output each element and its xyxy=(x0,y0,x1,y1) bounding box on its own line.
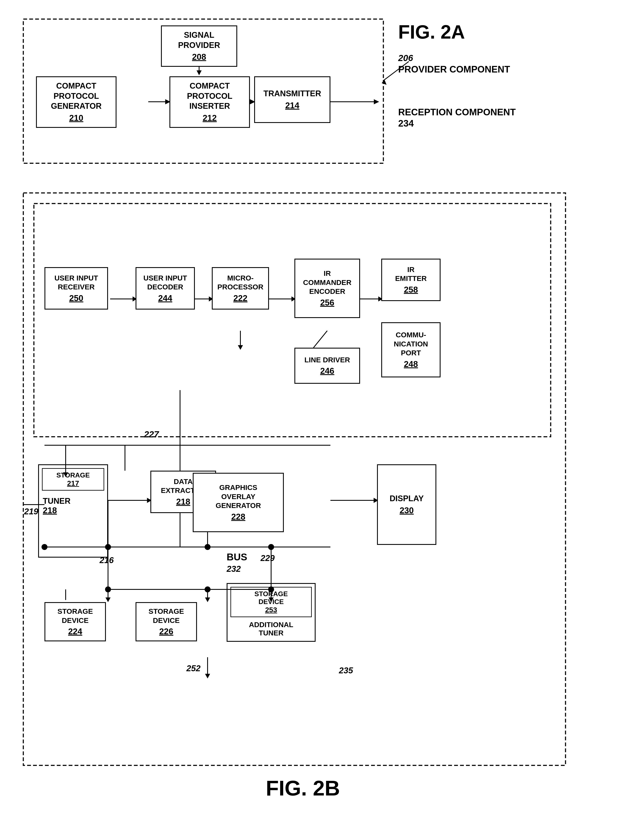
fig2a-label: FIG. 2A xyxy=(398,21,465,43)
fig2b-diagram: USER INPUT RECEIVER 250 USER INPUT DECOD… xyxy=(17,186,589,801)
compact-protocol-generator-box: COMPACT PROTOCOL GENERATOR 210 xyxy=(36,76,116,128)
ir-emitter-box: IR EMITTER 258 xyxy=(381,259,441,301)
fig2a-diagram: FIG. 2A SIGNAL PROVIDER 208 COMPACT PROT… xyxy=(17,13,589,182)
full-diagram: FIG. 2A SIGNAL PROVIDER 208 COMPACT PROT… xyxy=(17,13,589,801)
svg-marker-2 xyxy=(197,70,201,75)
ir-commander-encoder-box: IR COMMANDER ENCODER 256 xyxy=(294,259,360,318)
communication-port-box: COMMU- NICATION PORT 248 xyxy=(381,322,441,377)
ref-219-label: 219 xyxy=(24,507,38,516)
user-input-decoder-box: USER INPUT DECODER 244 xyxy=(135,267,195,309)
display-box: DISPLAY 230 xyxy=(377,464,436,545)
svg-marker-61 xyxy=(205,674,210,679)
transmitter-box: TRANSMITTER 214 xyxy=(254,76,331,123)
svg-marker-10 xyxy=(382,79,387,85)
ref-252-label: 252 xyxy=(186,663,201,673)
additional-tuner-group: STORAGE DEVICE 253 ADDITIONAL TUNER xyxy=(227,583,316,642)
ref-216-label: 216 xyxy=(99,556,114,565)
ref-229-label: 229 xyxy=(261,553,275,563)
provider-component-label: 206 PROVIDER COMPONENT xyxy=(398,53,510,75)
fig2b-label: FIG. 2B xyxy=(266,776,340,801)
ref-227-label: 227 xyxy=(144,429,159,439)
ref-235-label: 235 xyxy=(339,666,353,675)
svg-marker-54 xyxy=(105,597,110,602)
reception-component-label: RECEPTION COMPONENT 234 xyxy=(398,106,516,129)
signal-provider-box: SIGNAL PROVIDER 208 xyxy=(161,25,237,67)
svg-marker-56 xyxy=(205,597,210,602)
svg-line-33 xyxy=(313,331,327,348)
storage-device-226-box: STORAGE DEVICE 226 xyxy=(135,602,197,641)
graphics-overlay-generator-box: GRAPHICS OVERLAY GENERATOR 228 xyxy=(193,473,284,532)
storage-device-224-box: STORAGE DEVICE 224 xyxy=(44,602,106,641)
svg-marker-8 xyxy=(374,99,379,104)
bus-label: BUS 232 xyxy=(227,551,247,574)
svg-rect-12 xyxy=(34,204,551,437)
microprocessor-box: MICRO- PROCESSOR 222 xyxy=(212,267,269,309)
tuner-large-box: STORAGE 217 TUNER 218 xyxy=(38,464,108,557)
svg-marker-30 xyxy=(238,345,243,350)
compact-protocol-inserter-box: COMPACT PROTOCOL INSERTER 212 xyxy=(170,76,250,128)
line-driver-box: LINE DRIVER 246 xyxy=(294,348,360,384)
user-input-receiver-box: USER INPUT RECEIVER 250 xyxy=(44,267,108,309)
